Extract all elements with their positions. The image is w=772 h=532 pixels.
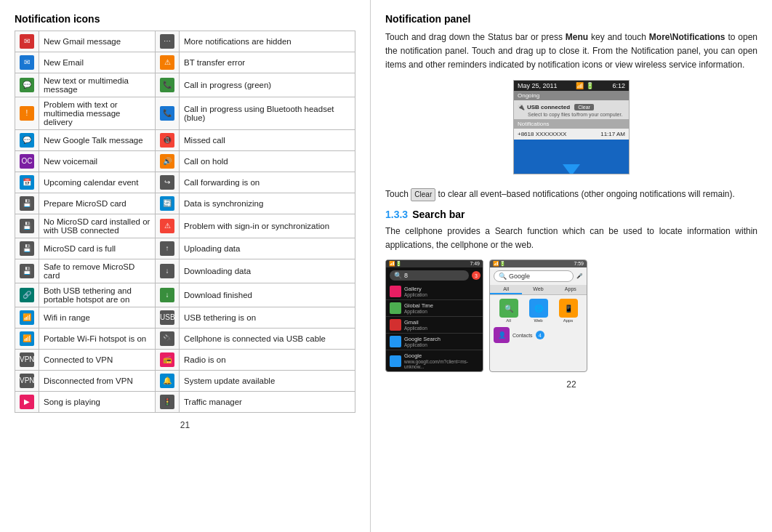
screen2-web-label: Web (534, 318, 542, 323)
table-row: VPN Disconnected from VPN 🔔 System updat… (15, 371, 355, 392)
subsection-heading: Search bar (412, 209, 465, 220)
notif-label-8-1: No MicroSD card installed or with USB co… (39, 214, 156, 238)
list-item-label: Google (404, 352, 479, 359)
list-item-icon (390, 355, 401, 367)
icon-cell-right-9: ↑ (156, 238, 180, 259)
icon-cell-left-15: VPN (15, 371, 39, 392)
notif-icon-9-1: 💾 (20, 241, 34, 256)
subsection-title-row: 1.3.3 Search bar (385, 209, 757, 220)
notif-icon-11-1: 🔗 (20, 288, 34, 302)
notif-label-12-2: USB tethering is on (180, 307, 355, 329)
notif-icon-1-2: ⚠ (160, 55, 174, 70)
screen2-tab[interactable]: Web (522, 285, 554, 294)
notif-label-1-2: BT transfer error (180, 52, 355, 73)
notif-label-9-1: MicroSD card is full (39, 238, 156, 259)
screen2-apps-label: Apps (563, 318, 574, 323)
clear-caption: Touch Clear to clear all event–based not… (385, 188, 757, 201)
icon-cell-left-0: ✉ (15, 31, 39, 52)
list-item-icon (390, 286, 401, 297)
screen1-top-bar: 📶🔋 7:49 (386, 260, 483, 267)
notification-panel-mockup: May 25, 2011 📶 🔋 6:12 Ongoing 🔌 USB conn… (513, 80, 630, 174)
table-row: OC New voicemail 🔊 Call on hold (15, 151, 355, 172)
panel-phone-row: +8618 XXXXXXXX 11:17 AM (514, 129, 629, 140)
notif-icon-5-2: 🔊 (160, 154, 174, 169)
right-section-title: Notification panel (385, 13, 757, 25)
notification-icons-table: ✉ New Gmail message ⋯ More notifications… (15, 31, 355, 413)
list-item[interactable]: Global Time Application (386, 300, 483, 317)
icon-cell-left-11: 🔗 (15, 283, 39, 307)
screen2-item-apps: 📱 Apps (559, 299, 578, 323)
notif-icon-12-2: USB (160, 310, 174, 325)
icon-cell-right-0: ⋯ (156, 31, 180, 52)
screen2-time: 7:59 (574, 261, 584, 267)
table-row: 📶 Wifi in range USB USB tethering is on (15, 307, 355, 329)
table-row: 📅 Upcoming calendar event ↪ Call forward… (15, 172, 355, 193)
notif-icon-13-2: 🔌 (160, 331, 174, 346)
screen1-search-bar[interactable]: 🔍 8 (390, 270, 469, 281)
list-item[interactable]: Google Search Application (386, 334, 483, 350)
notif-label-15-1: Disconnected from VPN (39, 371, 156, 392)
notif-icon-10-1: 💾 (20, 264, 34, 278)
clear-inline-btn[interactable]: Clear (411, 188, 435, 201)
icon-cell-left-13: 📶 (15, 329, 39, 350)
screen2-contacts-icon: 👤 (494, 327, 510, 343)
notif-label-16-1: Song is playing (39, 392, 156, 413)
intro-text: Touch and drag down the Status bar or pr… (385, 31, 757, 73)
notif-icon-16-2: 🚦 (160, 395, 174, 409)
table-row: 💾 Prepare MicroSD card 🔄 Data is synchro… (15, 193, 355, 214)
notif-label-3-2: Call in progress using Bluetooth headset… (180, 97, 355, 130)
panel-arrow-down (563, 164, 580, 174)
table-row: ▶ Song is playing 🚦 Traffic manager (15, 392, 355, 413)
icon-cell-left-8: 💾 (15, 214, 39, 238)
screen2-mic-icon[interactable]: 🎤 (576, 273, 584, 279)
notif-label-0-2: More notifications are hidden (180, 31, 355, 52)
panel-time: 6:12 (612, 82, 625, 89)
notif-icon-16-1: ▶ (20, 395, 34, 409)
list-item-label: Global Time (404, 302, 433, 309)
notif-label-8-2: Problem with sign-in or synchronization (180, 214, 355, 238)
list-item-sub: Application (404, 326, 427, 331)
panel-usb-section: 🔌 USB connected Clear Select to copy fil… (514, 100, 629, 119)
table-row: 🔗 Both USB tethering and portable hotspo… (15, 283, 355, 307)
notif-label-9-2: Uploading data (180, 238, 355, 259)
left-section-title: Notification icons (15, 13, 355, 25)
notif-icon-4-2: 📵 (160, 133, 174, 148)
notif-icon-6-2: ↪ (160, 175, 174, 190)
notif-label-14-1: Connected to VPN (39, 350, 156, 371)
icon-cell-left-4: 💬 (15, 130, 39, 151)
notif-label-4-2: Missed call (180, 130, 355, 151)
notif-icon-7-1: 💾 (20, 196, 34, 211)
list-item[interactable]: Gmail Application (386, 317, 483, 334)
notif-icon-8-1: 💾 (20, 219, 34, 233)
screen2-tab[interactable]: Apps (555, 285, 587, 294)
table-row: 💬 New text or multimedia message 📞 Call … (15, 73, 355, 97)
list-item[interactable]: Google www.googlt.com/m?client=ms-unknow… (386, 350, 483, 372)
screen2-search-bar[interactable]: 🔍 Google (494, 270, 574, 282)
notif-icon-3-1: ! (20, 106, 34, 121)
subsection-number: 1.3.3 (385, 209, 408, 220)
icon-cell-left-7: 💾 (15, 193, 39, 214)
notif-label-11-1: Both USB tethering and portable hotspot … (39, 283, 156, 307)
notif-label-10-1: Safe to remove MicroSD card (39, 259, 156, 283)
icon-cell-right-14: 📻 (156, 350, 180, 371)
panel-clear-btn[interactable]: Clear (574, 104, 594, 110)
screen2-tab[interactable]: All (490, 285, 522, 294)
notif-label-2-2: Call in progress (green) (180, 73, 355, 97)
icon-cell-right-1: ⚠ (156, 52, 180, 73)
icon-cell-left-3: ! (15, 97, 39, 130)
icon-cell-left-1: ✉ (15, 52, 39, 73)
notif-icon-3-2: 📞 (160, 106, 174, 121)
notif-label-14-2: Radio is on (180, 350, 355, 371)
icon-cell-right-4: 📵 (156, 130, 180, 151)
notif-label-7-1: Prepare MicroSD card (39, 193, 156, 214)
screen2-web-icon: 🌐 (529, 299, 548, 318)
screen2-contacts-badge: 4 (536, 331, 544, 339)
notif-icon-4-1: 💬 (20, 133, 34, 148)
list-item-sub: Application (404, 309, 433, 314)
notif-icon-8-2: ⚠ (160, 219, 174, 233)
icon-cell-right-13: 🔌 (156, 329, 180, 350)
table-row: 💾 MicroSD card is full ↑ Uploading data (15, 238, 355, 259)
table-row: ✉ New Email ⚠ BT transfer error (15, 52, 355, 73)
icon-cell-left-14: VPN (15, 350, 39, 371)
list-item[interactable]: Gallery Application (386, 283, 483, 300)
